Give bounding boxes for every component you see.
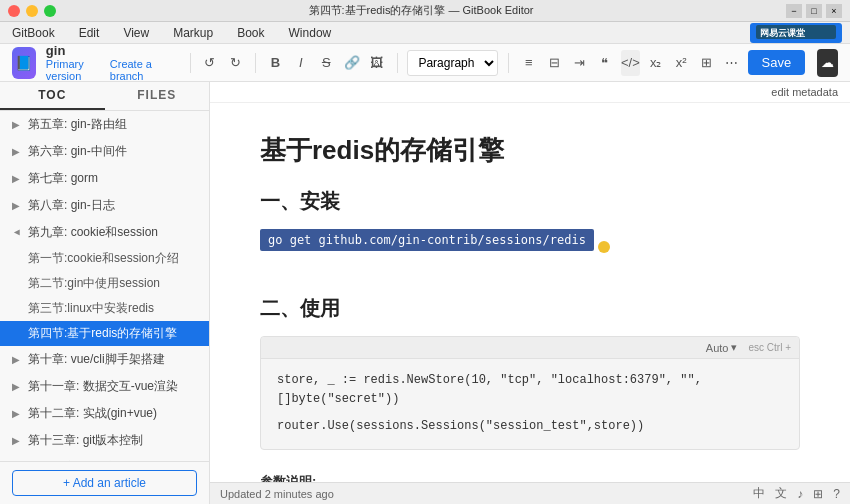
status-icon-1: 中 [753, 485, 765, 502]
app-logo: 📘 [12, 47, 36, 79]
cloud-button[interactable]: ☁ [817, 49, 838, 77]
install-command[interactable]: go get github.com/gin-contrib/sessions/r… [260, 229, 594, 251]
sidebar-item-ch14[interactable]: ▶ 第十四章: 项目部署 [0, 454, 209, 461]
sup-button[interactable]: x² [671, 50, 690, 76]
indent-button[interactable]: ⇥ [570, 50, 589, 76]
strikethrough-button[interactable]: S [317, 50, 336, 76]
book-links[interactable]: Primary version Create a branch [46, 58, 168, 82]
menu-edit[interactable]: Edit [75, 24, 104, 42]
undo-button[interactable]: ↺ [200, 50, 219, 76]
sidebar-item-ch10[interactable]: ▶ 第十章: vue/cli脚手架搭建 [0, 346, 209, 373]
code-line-2: router.Use(sessions.Sessions("session_te… [277, 417, 783, 436]
win-restore[interactable]: □ [806, 4, 822, 18]
primary-version-link[interactable]: Primary version [46, 58, 102, 82]
window-title: 第四节:基于redis的存储引擎 — GitBook Editor [56, 3, 786, 18]
paragraph-select[interactable]: Paragraph [407, 50, 498, 76]
menu-window[interactable]: Window [285, 24, 336, 42]
window-controls[interactable] [8, 5, 56, 17]
code-button[interactable]: </> [621, 50, 640, 76]
add-article-button[interactable]: + Add an article [12, 470, 197, 496]
child-label-ch9-2: 第二节:gin中使用session [28, 276, 160, 290]
sidebar-item-ch11[interactable]: ▶ 第十一章: 数据交互-vue渲染 [0, 373, 209, 400]
sub-button[interactable]: x₂ [646, 50, 665, 76]
menu-gitbook[interactable]: GitBook [8, 24, 59, 42]
menu-view[interactable]: View [119, 24, 153, 42]
editor-meta-bar: edit metadata [210, 82, 850, 103]
link-button[interactable]: 🔗 [342, 50, 361, 76]
label-ch11: 第十一章: 数据交互-vue渲染 [28, 378, 197, 395]
sidebar-child-ch9-4[interactable]: 第四节:基于redis的存储引擎 [0, 321, 209, 346]
network-logo: 网易云课堂 [750, 23, 842, 43]
save-button[interactable]: Save [748, 50, 806, 75]
arrow-ch13: ▶ [12, 435, 22, 446]
code-content[interactable]: store, _ := redis.NewStore(10, "tcp", "l… [261, 359, 799, 449]
sidebar-item-ch5[interactable]: ▶ 第五章: gin-路由组 [0, 111, 209, 138]
updated-status: Updated 2 minutes ago [220, 488, 334, 500]
toolbar: 📘 gin Primary version Create a branch ↺ … [0, 44, 850, 82]
shortcut-hint: esc Ctrl + [748, 342, 791, 353]
chevron-down-icon: ▾ [731, 341, 737, 354]
code-lang-badge[interactable]: Auto ▾ esc Ctrl + [706, 341, 791, 354]
tab-files[interactable]: FILES [105, 82, 210, 110]
main-layout: TOC FILES ▶ 第五章: gin-路由组 ▶ 第六章: gin-中间件 … [0, 82, 850, 504]
win-controls[interactable]: − □ × [786, 4, 842, 18]
cursor-indicator [598, 241, 610, 253]
label-ch10: 第十章: vue/cli脚手架搭建 [28, 351, 197, 368]
win-minimize[interactable]: − [786, 4, 802, 18]
sidebar-scroll: ▶ 第五章: gin-路由组 ▶ 第六章: gin-中间件 ▶ 第七章: gor… [0, 111, 209, 461]
quote-button[interactable]: ❝ [595, 50, 614, 76]
sidebar-child-ch9-2[interactable]: 第二节:gin中使用session [0, 271, 209, 296]
book-name: gin [46, 43, 168, 58]
ul-button[interactable]: ≡ [519, 50, 538, 76]
label-ch8: 第八章: gin-日志 [28, 197, 197, 214]
edit-metadata-link[interactable]: edit metadata [771, 86, 838, 98]
sidebar-child-ch9-3[interactable]: 第三节:linux中安装redis [0, 296, 209, 321]
sidebar-item-ch7[interactable]: ▶ 第七章: gorm [0, 165, 209, 192]
bold-button[interactable]: B [266, 50, 285, 76]
ol-button[interactable]: ⊟ [545, 50, 564, 76]
sidebar-item-ch13[interactable]: ▶ 第十三章: git版本控制 [0, 427, 209, 454]
label-ch6: 第六章: gin-中间件 [28, 143, 197, 160]
arrow-ch12: ▶ [12, 408, 22, 419]
status-icon-3: ♪ [797, 487, 803, 501]
arrow-ch9: ▼ [12, 228, 23, 238]
code-line-1: store, _ := redis.NewStore(10, "tcp", "l… [277, 371, 783, 409]
statusbar: Updated 2 minutes ago 中 文 ♪ ⊞ ? [210, 482, 850, 504]
toolbar-divider-3 [397, 53, 398, 73]
label-ch5: 第五章: gin-路由组 [28, 116, 197, 133]
win-close[interactable]: × [826, 4, 842, 18]
params-section: 参数说明: 第1个参数 - redis最大的空闲连接数 第2个参数 - 数通信协… [260, 470, 800, 482]
editor-content[interactable]: 基于redis的存储引擎 一、安装 go get github.com/gin-… [210, 103, 850, 482]
tab-toc[interactable]: TOC [0, 82, 105, 110]
image-button[interactable]: 🖼 [367, 50, 386, 76]
label-ch9: 第九章: cookie和session [28, 224, 197, 241]
italic-button[interactable]: I [291, 50, 310, 76]
close-button[interactable] [8, 5, 20, 17]
toolbar-divider-4 [508, 53, 509, 73]
table-button[interactable]: ⊞ [697, 50, 716, 76]
redo-button[interactable]: ↻ [226, 50, 245, 76]
child-label-ch9-4: 第四节:基于redis的存储引擎 [28, 325, 177, 342]
sidebar-item-ch8[interactable]: ▶ 第八章: gin-日志 [0, 192, 209, 219]
section1-heading: 一、安装 [260, 188, 800, 215]
maximize-button[interactable] [44, 5, 56, 17]
minimize-button[interactable] [26, 5, 38, 17]
menu-book[interactable]: Book [233, 24, 268, 42]
arrow-ch10: ▶ [12, 354, 22, 365]
more-button[interactable]: ⋯ [722, 50, 741, 76]
menu-markup[interactable]: Markup [169, 24, 217, 42]
code-block-header: Auto ▾ esc Ctrl + [261, 337, 799, 359]
sidebar-item-ch12[interactable]: ▶ 第十二章: 实战(gin+vue) [0, 400, 209, 427]
titlebar: 第四节:基于redis的存储引擎 — GitBook Editor − □ × [0, 0, 850, 22]
sidebar-footer: + Add an article [0, 461, 209, 504]
label-ch7: 第七章: gorm [28, 170, 197, 187]
sidebar-item-ch9[interactable]: ▼ 第九章: cookie和session [0, 219, 209, 246]
arrow-ch7: ▶ [12, 173, 22, 184]
sidebar-child-ch9-1[interactable]: 第一节:cookie和session介绍 [0, 246, 209, 271]
sidebar-item-ch6[interactable]: ▶ 第六章: gin-中间件 [0, 138, 209, 165]
logo-icon: 📘 [15, 55, 32, 71]
create-branch-link[interactable]: Create a branch [110, 58, 168, 82]
network-badge: 网易云课堂 [750, 23, 842, 43]
arrow-ch5: ▶ [12, 119, 22, 130]
help-icon[interactable]: ? [833, 487, 840, 501]
